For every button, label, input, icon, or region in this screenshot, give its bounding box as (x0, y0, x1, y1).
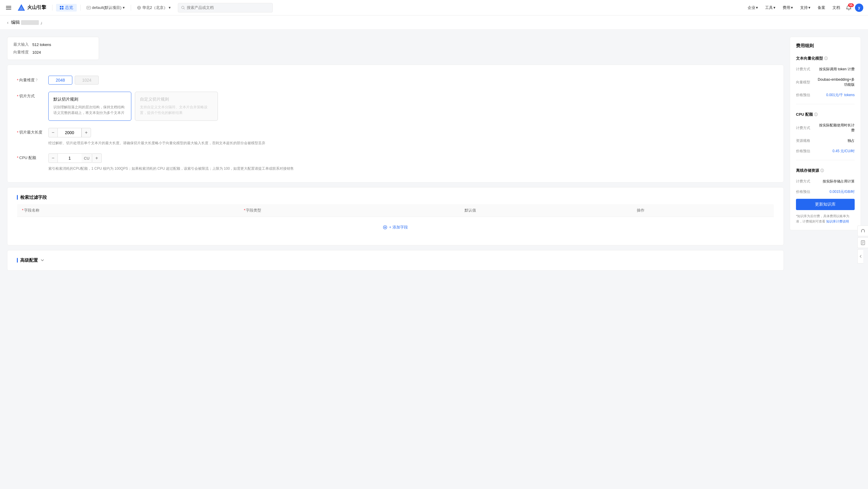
svg-rect-9 (87, 6, 90, 9)
region-label: 华北2（北京） (142, 5, 167, 10)
project-label: default(默认项目) (92, 5, 122, 10)
cpu-quota-row: * CPU 配额 − CU + 索引检索消耗的CPU配额，1 CPU 核约为 1… (17, 150, 774, 175)
home-tab[interactable]: 总览 (56, 4, 77, 11)
advanced-section: 高级配置 (7, 250, 784, 270)
vector-model-row: 向量模型 Doubao-embedding+多功能版 (796, 76, 855, 88)
dim-btn-2048[interactable]: 2048 (48, 76, 72, 85)
nav-record[interactable]: 备案 (815, 4, 828, 11)
nav-enterprise[interactable]: 企业▾ (745, 4, 761, 11)
search-input[interactable] (187, 5, 270, 10)
filter-section: 检索过滤字段 *字段名称 *字段类型 默认值 操作 (7, 187, 784, 246)
storage-billing-value: 按实际存储占用计算 (823, 179, 855, 184)
slice-option-custom[interactable]: 自定义切片规则 支持自定义文本分隔符、文本片合并策略设置，提供个性化的解析结果 (135, 92, 218, 121)
page-title: 编辑 」 (11, 20, 44, 25)
slice-method-row: * 切片方式 默认切片规则 识别理解段落之间的层次结构，保持文档结构语义完整的基… (17, 88, 774, 124)
billing-method-row: 计费方式 按实际调用 token 计费 (796, 66, 855, 73)
vector-dim-info-value: 1024 (32, 50, 41, 55)
back-button[interactable]: ‹ (7, 20, 9, 25)
slice-custom-desc: 支持自定义文本分隔符、文本片合并策略设置，提供个性化的解析结果 (140, 105, 213, 116)
table-header-row: *字段名称 *字段类型 默认值 操作 (17, 204, 774, 217)
content-area: 最大输入 512 tokens 向量维度 1024 * 向量维度 ? 2048 (7, 37, 784, 481)
slice-max-len-label: * 切片最大长度 (17, 128, 43, 135)
cpu-increment-btn[interactable]: + (92, 153, 102, 163)
vector-dim-row: 向量维度 1024 (13, 50, 93, 55)
float-headset-btn[interactable] (857, 226, 868, 236)
storage-billing-row: 计费方式 按实际存储占用计算 (796, 178, 855, 185)
storage-price-label: 价格预估 (796, 189, 810, 194)
cpu-quota-input: − CU + (48, 153, 774, 163)
nav-billing[interactable]: 费用▾ (780, 4, 795, 11)
slice-max-len-field[interactable] (58, 128, 82, 137)
add-field-row: + 添加字段 (17, 217, 774, 238)
vector-model-label: 向量模型 (796, 80, 810, 85)
project-selector[interactable]: default(默认项目) ▾ (84, 4, 127, 11)
breadcrumb: ‹ 编辑 」 (0, 16, 868, 30)
max-input-row: 最大输入 512 tokens (13, 42, 93, 47)
menu-icon[interactable] (5, 4, 12, 11)
vector-dim-info-label: 向量维度 (13, 50, 29, 55)
nav-support[interactable]: 支持▾ (798, 4, 813, 11)
nav-separator (52, 5, 53, 11)
float-expand-btn[interactable] (857, 249, 863, 263)
slice-method-content: 默认切片规则 识别理解段落之间的层次结构，保持文档结构语义完整的基础上，将文本划… (48, 92, 774, 121)
notification-button[interactable]: 55 (845, 4, 852, 11)
cpu-unit: CU (82, 153, 92, 163)
svg-rect-8 (62, 8, 63, 9)
update-knowledge-base-button[interactable]: 更新知识库 (796, 199, 855, 210)
slice-max-len-decrement[interactable]: − (48, 128, 58, 137)
main-layout: 最大输入 512 tokens 向量维度 1024 * 向量维度 ? 2048 (0, 30, 868, 488)
add-field-button[interactable]: + 添加字段 (22, 221, 769, 234)
cpu-resource-row: 资源规格 独占 (796, 137, 855, 144)
text-price-label: 价格预估 (796, 93, 810, 97)
cpu-quota-section-title: CPU 配额 ⓘ (796, 112, 855, 117)
cpu-quota-field[interactable] (58, 153, 82, 163)
cpu-decrement-btn[interactable]: − (48, 153, 58, 163)
vector-model-value: Doubao-embedding+多功能版 (816, 77, 855, 87)
col-default-header: 默认值 (460, 204, 632, 217)
info-box: 最大输入 512 tokens 向量维度 1024 (7, 37, 99, 60)
side-note: *知识库为后付费，具体费用以账单为准，计费规则可查看 知识库计费说明 (796, 213, 855, 224)
max-input-value: 512 tokens (32, 42, 51, 47)
col-action-header: 操作 (632, 204, 774, 217)
nav-separator-2 (80, 5, 81, 11)
dim-buttons: 2048 1024 (48, 76, 774, 85)
col-type-header: *字段类型 (239, 204, 460, 217)
svg-rect-7 (60, 8, 61, 9)
col-name-header: *字段名称 (17, 204, 239, 217)
cpu-help-icon[interactable]: ⓘ (814, 112, 817, 117)
cpu-price-value: 0.45 元/CU/时 (832, 149, 855, 154)
svg-rect-5 (60, 6, 61, 7)
side-panel-title: 费用细则 (796, 43, 855, 49)
text-model-help-icon[interactable]: ⓘ (824, 56, 828, 61)
slice-max-len-row: * 切片最大长度 − + 经过解析、切片处理后单个文本片的最大长度。请确保切片最… (17, 124, 774, 149)
slice-default-title: 默认切片规则 (53, 97, 126, 102)
logo[interactable]: 火山引擎 (17, 4, 46, 12)
storage-help-icon[interactable]: ⓘ (820, 168, 824, 173)
filter-table: *字段名称 *字段类型 默认值 操作 + 添加字段 (17, 204, 774, 238)
advanced-toggle[interactable]: 高级配置 (17, 258, 774, 263)
slice-options: 默认切片规则 识别理解段落之间的层次结构，保持文档结构语义完整的基础上，将文本划… (48, 92, 774, 121)
search-box[interactable] (178, 3, 273, 12)
storage-billing-label: 计费方式 (796, 179, 810, 184)
nav-right-actions: 企业▾ 工具▾ 费用▾ 支持▾ 备案 文档 55 y (745, 4, 863, 12)
region-selector[interactable]: 华北2（北京） ▾ (134, 4, 173, 11)
nav-tools[interactable]: 工具▾ (763, 4, 778, 11)
divider-2 (796, 160, 855, 160)
page-subtitle-placeholder (21, 20, 39, 25)
dim-btn-1024[interactable]: 1024 (75, 76, 99, 85)
filter-section-title: 检索过滤字段 (17, 195, 774, 200)
advanced-section-bar (17, 258, 18, 263)
side-panel: 费用细则 文本向量化模型 ⓘ 计费方式 按实际调用 token 计费 向量模型 … (790, 37, 861, 230)
slice-option-default[interactable]: 默认切片规则 识别理解段落之间的层次结构，保持文档结构语义完整的基础上，将文本划… (48, 92, 131, 121)
svg-rect-6 (62, 6, 63, 7)
cpu-billing-label: 计费方式 (796, 125, 810, 131)
slice-max-len-input: − + (48, 128, 774, 137)
slice-max-len-increment[interactable]: + (82, 128, 91, 137)
user-avatar[interactable]: y (855, 4, 863, 12)
billing-explanation-link[interactable]: 知识库计费说明 (826, 220, 849, 223)
cpu-quota-label: * CPU 配额 (17, 153, 43, 161)
vector-dim-help-icon[interactable]: ? (36, 78, 38, 82)
divider-1 (796, 104, 855, 104)
nav-docs[interactable]: 文档 (830, 4, 842, 11)
float-book-btn[interactable] (857, 237, 868, 248)
